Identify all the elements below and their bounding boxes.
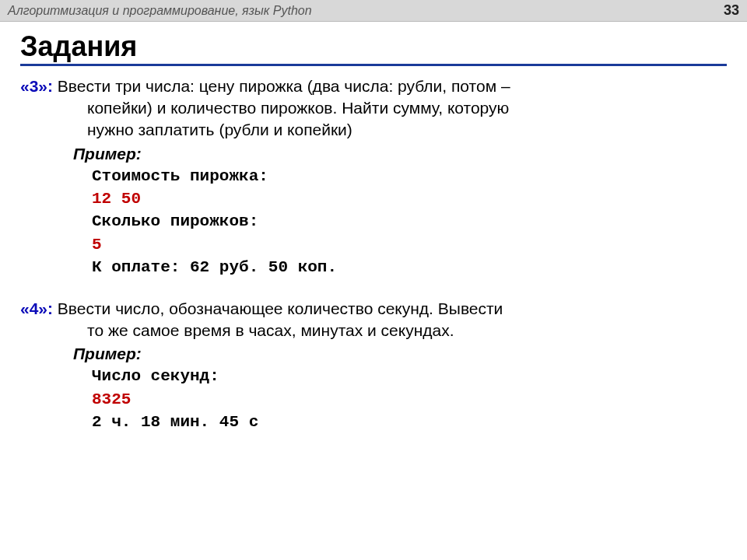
task-4-label: «4»: xyxy=(20,299,53,317)
code-line: К оплате: 62 руб. 50 коп. xyxy=(92,256,727,278)
task-3-text-2: копейки) и количество пирожков. Найти су… xyxy=(87,97,727,119)
task-3-text-3: нужно заплатить (рубли и копейки) xyxy=(87,119,727,141)
task-4-text-2: то же самое время в часах, минутах и сек… xyxy=(87,320,727,341)
task-3-code: Стоимость пирожка: 12 50 Сколько пирожко… xyxy=(92,165,727,279)
task-4-text-1: Ввести число, обозначающее количество се… xyxy=(53,299,503,317)
code-line: Сколько пирожков: xyxy=(92,210,727,233)
task-3-label: «3»: xyxy=(20,77,53,95)
page-number: 33 xyxy=(724,2,739,19)
main-heading: Задания xyxy=(20,31,727,66)
task-4-example-label: Пример: xyxy=(73,345,727,363)
task-3-line-1: «3»: Ввести три числа: цену пирожка (два… xyxy=(20,75,727,97)
task-4-line-1: «4»: Ввести число, обозначающее количест… xyxy=(20,298,727,320)
header-bar: Алгоритмизация и программирование, язык … xyxy=(0,0,747,22)
header-title: Алгоритмизация и программирование, язык … xyxy=(8,4,312,18)
code-line-input: 8325 xyxy=(92,388,727,411)
slide-content: Задания «3»: Ввести три числа: цену пиро… xyxy=(0,22,747,433)
code-line: Число секунд: xyxy=(92,365,727,387)
code-line-input: 12 50 xyxy=(92,187,727,210)
task-4-block: «4»: Ввести число, обозначающее количест… xyxy=(20,298,727,434)
task-3-example-label: Пример: xyxy=(73,145,727,163)
task-3-block: «3»: Ввести три числа: цену пирожка (два… xyxy=(20,75,727,279)
task-4-code: Число секунд: 8325 2 ч. 18 мин. 45 с xyxy=(92,365,727,433)
code-line: Стоимость пирожка: xyxy=(92,165,727,187)
code-line: 2 ч. 18 мин. 45 с xyxy=(92,411,727,433)
code-line-input: 5 xyxy=(92,233,727,256)
task-3-text-1: Ввести три числа: цену пирожка (два числ… xyxy=(53,77,510,95)
